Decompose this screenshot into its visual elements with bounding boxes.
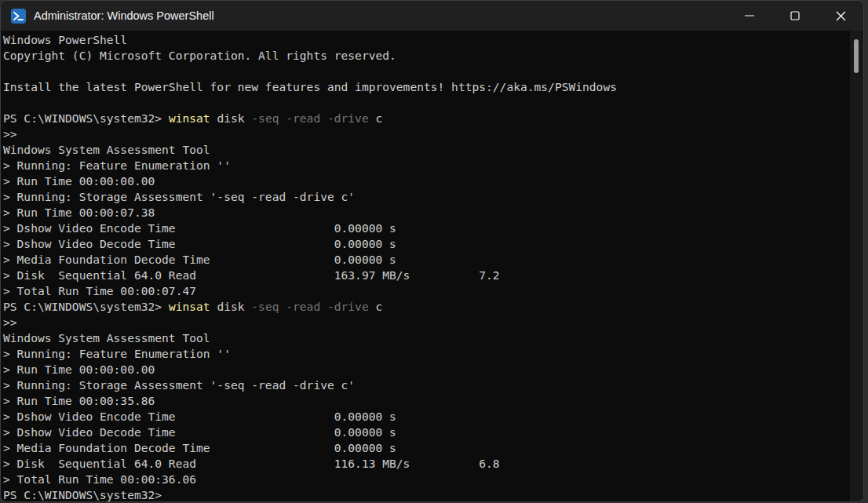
terminal-line: >> [3, 126, 850, 142]
terminal-line: Windows System Assessment Tool [3, 330, 850, 346]
terminal-line: PS C:\WINDOWS\system32> winsat disk -seq… [3, 111, 850, 126]
maximize-icon [790, 10, 801, 21]
scrollbar-thumb[interactable] [854, 39, 859, 73]
terminal-line: > Running: Feature Enumeration '' [3, 346, 850, 362]
terminal-line [3, 64, 850, 79]
terminal-line: Copyright (C) Microsoft Corporation. All… [3, 48, 850, 64]
terminal-line: > Disk Sequential 64.0 Read 116.13 MB/s … [3, 456, 850, 472]
terminal-line: > Run Time 00:00:07.38 [3, 205, 850, 221]
minimize-button[interactable] [727, 1, 772, 31]
powershell-window: Administrator: Windows PowerShell Window… [0, 0, 864, 502]
scrollbar[interactable] [850, 31, 863, 501]
terminal-line: > Running: Feature Enumeration '' [3, 158, 850, 173]
close-icon [835, 10, 847, 22]
terminal-line: > Dshow Video Encode Time 0.00000 s [3, 221, 850, 236]
terminal-line: Windows System Assessment Tool [3, 142, 850, 158]
terminal-line: > Run Time 00:00:35.86 [3, 393, 850, 409]
close-button[interactable] [818, 1, 863, 31]
terminal-line: > Dshow Video Decode Time 0.00000 s [3, 425, 850, 440]
terminal-line: > Run Time 00:00:00.00 [3, 173, 850, 189]
terminal-line: > Dshow Video Decode Time 0.00000 s [3, 236, 850, 252]
terminal-line: > Run Time 00:00:00.00 [3, 362, 850, 377]
terminal-output[interactable]: Windows PowerShellCopyright (C) Microsof… [1, 31, 850, 501]
powershell-icon [11, 9, 26, 24]
terminal-line: > Running: Storage Assessment '-seq -rea… [3, 189, 850, 205]
terminal-line: > Running: Storage Assessment '-seq -rea… [3, 377, 850, 393]
terminal-line: PS C:\WINDOWS\system32> [3, 487, 850, 501]
window-title: Administrator: Windows PowerShell [34, 9, 214, 22]
terminal-line: PS C:\WINDOWS\system32> winsat disk -seq… [3, 299, 850, 315]
minimize-icon [744, 10, 755, 21]
terminal-line: > Media Foundation Decode Time 0.00000 s [3, 440, 850, 456]
terminal-line: > Total Run Time 00:00:36.06 [3, 472, 850, 487]
terminal-line: > Media Foundation Decode Time 0.00000 s [3, 252, 850, 268]
terminal-line: Install the latest PowerShell for new fe… [3, 79, 850, 95]
terminal-line: > Disk Sequential 64.0 Read 163.97 MB/s … [3, 268, 850, 283]
window-controls [727, 1, 863, 31]
terminal-line: > Total Run Time 00:00:07.47 [3, 283, 850, 299]
titlebar[interactable]: Administrator: Windows PowerShell [1, 1, 863, 31]
terminal-line: > Dshow Video Encode Time 0.00000 s [3, 409, 850, 425]
terminal-line: Windows PowerShell [3, 32, 850, 48]
maximize-button[interactable] [772, 1, 818, 31]
terminal-line: >> [3, 315, 850, 330]
terminal-line [3, 95, 850, 111]
